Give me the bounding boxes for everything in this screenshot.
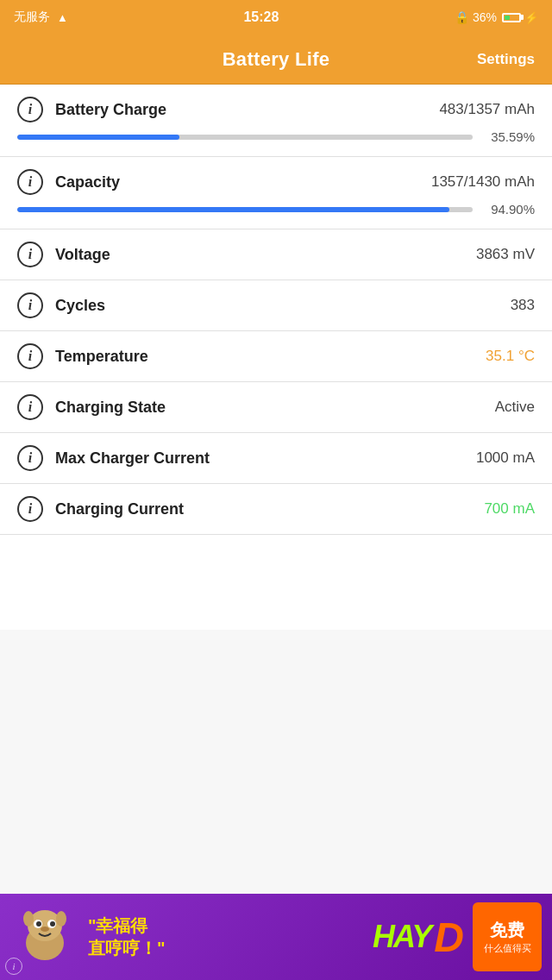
content-area: i Battery Charge 483/1357 mAh 35.59% i C…	[0, 85, 552, 630]
row-cycles[interactable]: i Cycles 383	[0, 280, 552, 331]
settings-button[interactable]: Settings	[477, 51, 535, 68]
svg-point-7	[23, 911, 34, 927]
row-main-capacity: i Capacity 1357/1430 mAh	[17, 169, 535, 195]
row-left-charging-state: i Charging State	[17, 394, 166, 420]
row-charging-state[interactable]: i Charging State Active	[0, 382, 552, 433]
info-icon-max-charger-current[interactable]: i	[17, 445, 43, 471]
row-value-capacity: 1357/1430 mAh	[431, 173, 535, 191]
row-left-capacity: i Capacity	[17, 169, 120, 195]
row-label-charging-current: Charging Current	[55, 500, 184, 518]
status-left: 无服务 ▲	[14, 9, 68, 25]
progress-bar-fill	[17, 135, 179, 140]
lock-icon: 🔒	[455, 10, 469, 24]
info-icon-charging-current[interactable]: i	[17, 496, 43, 522]
row-label-capacity: Capacity	[55, 173, 120, 192]
battery-percent: 36%	[473, 10, 497, 24]
progress-row-capacity: 94.90%	[17, 202, 535, 217]
battery-fill	[505, 16, 510, 20]
ad-free-box[interactable]: 免费 什么值得买	[473, 902, 542, 971]
row-main-battery-charge: i Battery Charge 483/1357 mAh	[17, 97, 535, 122]
svg-point-5	[50, 921, 55, 927]
time-label: 15:28	[243, 9, 279, 25]
row-main-voltage: i Voltage 3863 mV	[17, 242, 535, 267]
ad-logo-hay: HAY	[373, 919, 430, 955]
info-icon-voltage[interactable]: i	[17, 242, 43, 267]
row-value-charging-state: Active	[495, 399, 535, 416]
ad-text-block: "幸福得 直哼哼！"	[88, 914, 364, 959]
info-icon-cycles[interactable]: i	[17, 292, 43, 318]
row-max-charger-current[interactable]: i Max Charger Current 1000 mA	[0, 433, 552, 484]
row-temperature[interactable]: i Temperature 35.1 °C	[0, 331, 552, 382]
progress-bar-fill	[17, 207, 449, 212]
row-left-voltage: i Voltage	[17, 242, 110, 267]
svg-point-8	[56, 911, 66, 927]
row-left-battery-charge: i Battery Charge	[17, 97, 166, 122]
row-capacity[interactable]: i Capacity 1357/1430 mAh 94.90%	[0, 157, 552, 229]
wifi-icon: ▲	[57, 11, 68, 24]
ad-logo-d: D	[434, 914, 464, 961]
progress-row-battery-charge: 35.59%	[17, 129, 535, 144]
row-main-charging-current: i Charging Current 700 mA	[17, 496, 535, 522]
row-main-max-charger-current: i Max Charger Current 1000 mA	[17, 445, 535, 471]
battery-icon	[502, 13, 521, 22]
ad-text-line1: "幸福得 直哼哼！"	[88, 914, 165, 959]
ad-content: "幸福得 直哼哼！" HAY D 免费 什么值得买	[0, 895, 552, 978]
progress-pct: 94.90%	[483, 202, 535, 217]
ad-logo: HAY D	[373, 914, 464, 961]
row-value-max-charger-current: 1000 mA	[476, 449, 535, 467]
row-value-voltage: 3863 mV	[476, 246, 535, 263]
row-label-battery-charge: Battery Charge	[55, 101, 166, 119]
ad-banner[interactable]: "幸福得 直哼哼！" HAY D 免费 什么值得买 i	[0, 894, 552, 980]
row-left-cycles: i Cycles	[17, 292, 105, 318]
row-label-max-charger-current: Max Charger Current	[55, 449, 210, 468]
row-label-cycles: Cycles	[55, 297, 105, 315]
row-value-battery-charge: 483/1357 mAh	[439, 101, 535, 118]
info-icon-charging-state[interactable]: i	[17, 394, 43, 420]
row-main-cycles: i Cycles 383	[17, 292, 535, 318]
row-value-charging-current: 700 mA	[484, 500, 535, 518]
status-right: 🔒 36% ⚡	[455, 10, 538, 24]
svg-point-4	[36, 921, 41, 927]
row-left-temperature: i Temperature	[17, 343, 148, 369]
row-label-charging-state: Charging State	[55, 399, 166, 417]
row-left-max-charger-current: i Max Charger Current	[17, 445, 210, 471]
row-value-cycles: 383	[511, 297, 535, 314]
progress-bar-wrap	[17, 207, 473, 212]
row-charging-current[interactable]: i Charging Current 700 mA	[0, 484, 552, 535]
row-main-charging-state: i Charging State Active	[17, 394, 535, 420]
charging-bolt: ⚡	[524, 11, 538, 24]
carrier-label: 无服务	[14, 9, 50, 25]
row-main-temperature: i Temperature 35.1 °C	[17, 343, 535, 369]
status-bar: 无服务 ▲ 15:28 🔒 36% ⚡	[0, 0, 552, 35]
row-battery-charge[interactable]: i Battery Charge 483/1357 mAh 35.59%	[0, 85, 552, 157]
row-value-temperature: 35.1 °C	[486, 348, 535, 365]
row-voltage[interactable]: i Voltage 3863 mV	[0, 229, 552, 280]
info-icon-temperature[interactable]: i	[17, 343, 43, 369]
svg-point-6	[41, 927, 49, 932]
info-icon-battery-charge[interactable]: i	[17, 97, 43, 122]
progress-bar-wrap	[17, 135, 473, 140]
ad-free-label: 免费	[490, 919, 524, 942]
nav-bar: Battery Life Settings	[0, 35, 552, 85]
progress-pct: 35.59%	[483, 129, 535, 144]
ad-info-icon[interactable]: i	[5, 958, 22, 975]
row-label-voltage: Voltage	[55, 246, 110, 264]
row-label-temperature: Temperature	[55, 348, 148, 366]
page-title: Battery Life	[223, 48, 330, 71]
ad-free-sub: 什么值得买	[484, 942, 531, 955]
info-icon-capacity[interactable]: i	[17, 169, 43, 195]
row-left-charging-current: i Charging Current	[17, 496, 184, 522]
